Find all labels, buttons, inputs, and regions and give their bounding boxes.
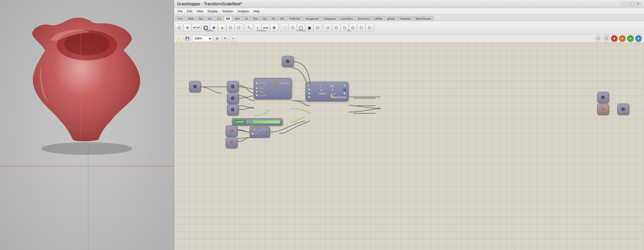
round-btn-6[interactable]: ● xyxy=(635,35,642,42)
round-btn-4[interactable]: ● xyxy=(619,35,626,42)
surface-curve-row: Curve ★ Surface xyxy=(255,80,290,86)
tab-int[interactable]: Int xyxy=(243,16,250,21)
slider-track[interactable]: 1 xyxy=(250,120,280,124)
node-gear-left[interactable]: ⚙ xyxy=(189,81,201,92)
tb-freeform-1[interactable]: 🔧 xyxy=(245,24,253,32)
node-input-2[interactable]: ⚙ xyxy=(227,93,239,104)
title-text: Grasshopper - TransformScaleNest* xyxy=(177,2,242,6)
b-in-label: B xyxy=(255,132,268,135)
tab-lunchbox[interactable]: LunchBox xyxy=(338,16,355,21)
canvas-toolbar: 📁 💾 208% 100% 150% ⊞ 👁 ✏ ⬡ ⬡ ● ● ● ● xyxy=(174,34,644,43)
tab-pufferfish[interactable]: Pufferfish xyxy=(287,16,303,21)
gear-top-icon: ⚙ xyxy=(286,59,290,64)
tb-btn-6[interactable]: ◆ xyxy=(218,24,226,32)
pencil-btn[interactable]: ✏ xyxy=(230,35,236,42)
zoom-select[interactable]: 208% 100% 150% xyxy=(192,36,212,41)
tab-ghowl[interactable]: gHowl xyxy=(385,16,397,21)
menu-solution[interactable]: Solution xyxy=(220,9,235,14)
tb-util-1[interactable]: ⬡ xyxy=(324,24,332,32)
fit-view-btn[interactable]: ⊞ xyxy=(214,35,220,42)
tab-vec[interactable]: Vec xyxy=(205,16,214,21)
output-node-1[interactable]: ⚙ xyxy=(597,92,609,103)
maximize-button[interactable]: □ xyxy=(628,2,634,6)
node-input-3[interactable]: ⚙ xyxy=(227,104,239,115)
viewport-3d[interactable] xyxy=(0,0,174,250)
transform-count-row: count a xyxy=(308,92,346,95)
rail-label: Rail xyxy=(259,87,290,90)
surface-scale-row: Scale xyxy=(255,94,290,97)
tb-btn-m2m3[interactable]: m² m³ xyxy=(192,24,201,32)
output-node-x[interactable]: ✕ xyxy=(597,104,609,115)
tb-prim-4[interactable]: ▣ xyxy=(305,24,313,32)
c-port xyxy=(308,84,311,87)
node-cross-1[interactable]: ✕ xyxy=(226,125,237,136)
tab-wb[interactable]: Wb xyxy=(278,16,287,21)
canvas[interactable]: ⚙ ⚙ ⚙ ⚙ ⚙ Curve ★ Surface R xyxy=(174,43,644,250)
menu-file[interactable]: File xyxy=(176,9,184,14)
node-cross-2[interactable]: ✕ xyxy=(226,137,237,148)
tab-msh[interactable]: Msh xyxy=(232,16,242,21)
out-label: out xyxy=(330,84,334,87)
round-btn-2[interactable]: ⬡ xyxy=(603,35,610,42)
transform-node[interactable]: c out g b count a stackOffset xyxy=(306,82,348,101)
tb-btn-7[interactable]: ⬡ xyxy=(226,24,234,32)
tab-crv[interactable]: Crv xyxy=(215,16,224,21)
tb-freeform-4[interactable]: ⚙ xyxy=(270,24,278,32)
extra-connections xyxy=(174,43,644,250)
axis-label: Axis xyxy=(259,90,290,93)
d-port xyxy=(267,129,268,132)
round-btn-5[interactable]: ● xyxy=(627,35,634,42)
tb-util-2[interactable]: ⬡ xyxy=(332,24,340,32)
tb-prim-2[interactable]: ⬡ xyxy=(289,24,297,32)
tab-lmnts[interactable]: LMNts xyxy=(372,16,385,21)
tb-prim-1[interactable]: ⬜ xyxy=(280,24,288,32)
toolbar-label-primitive: Primitive xyxy=(297,29,306,32)
eye-btn[interactable]: 👁 xyxy=(222,35,228,42)
surface-axis-row: Axis xyxy=(255,90,290,93)
node-gear-top[interactable]: ⚙ xyxy=(282,56,293,67)
tab-parakeet[interactable]: Parakeet xyxy=(397,16,413,21)
tab-kangaroo[interactable]: Kangaroo xyxy=(322,16,338,21)
node-input-1[interactable]: ⚙ xyxy=(227,81,239,92)
tb-btn-2[interactable]: ☀ xyxy=(183,24,191,32)
output-1-icon: ⚙ xyxy=(601,95,605,100)
tab-kangaroo2[interactable]: Kangaroo2 xyxy=(303,16,321,21)
tab-fly[interactable]: Fly xyxy=(269,16,278,21)
round-btn-3[interactable]: ● xyxy=(611,35,618,42)
surface-node[interactable]: Curve ★ Surface Rail Axis Scale xyxy=(254,78,291,99)
tb-prim-5[interactable]: ⬡ xyxy=(314,24,322,32)
scale-port xyxy=(255,94,258,97)
title-controls: ─ □ ✕ xyxy=(621,2,641,6)
tb-btn-8[interactable]: ⬡ xyxy=(235,24,243,32)
tb-btn-1[interactable]: ⬡ xyxy=(175,24,183,32)
menu-analysis[interactable]: Analysis xyxy=(236,9,251,14)
tb-util-5[interactable]: ⬡ xyxy=(357,24,365,32)
menu-display[interactable]: Display xyxy=(206,9,220,14)
tab-acoustics[interactable]: Acoustics xyxy=(355,16,372,21)
c-label: c xyxy=(320,84,321,87)
d-label: D xyxy=(264,129,266,132)
ab-node[interactable]: A ▬▬ D B xyxy=(250,126,270,137)
tab-prm[interactable]: Prm xyxy=(176,16,185,21)
stack-port xyxy=(308,96,311,99)
open-file-btn[interactable]: 📁 xyxy=(176,35,183,42)
tab-meshstream[interactable]: MeshStream xyxy=(413,16,433,21)
menu-edit[interactable]: Edit xyxy=(185,9,194,14)
tab-trns[interactable]: Trns xyxy=(250,16,260,21)
tb-util-6[interactable]: ⬡ xyxy=(365,24,374,32)
toolbar-label-freeform: Freeform xyxy=(257,29,266,32)
tab-set[interactable]: Set xyxy=(196,16,205,21)
minimize-button[interactable]: ─ xyxy=(621,2,627,6)
round-btn-1[interactable]: ⬡ xyxy=(595,35,602,42)
count-slider[interactable]: count ◇ 1 xyxy=(232,118,282,125)
tab-math[interactable]: Math xyxy=(185,16,196,21)
save-file-btn[interactable]: 💾 xyxy=(184,35,191,42)
menu-help[interactable]: Help xyxy=(251,9,262,14)
g-port xyxy=(308,88,311,91)
tab-dis[interactable]: Dis xyxy=(261,16,269,21)
tab-srf[interactable]: Srf xyxy=(224,16,232,21)
slider-value: 1 xyxy=(251,120,253,123)
menu-view[interactable]: View xyxy=(195,9,205,14)
close-button[interactable]: ✕ xyxy=(635,2,641,6)
output-node-2[interactable]: ⚙ xyxy=(617,104,629,115)
